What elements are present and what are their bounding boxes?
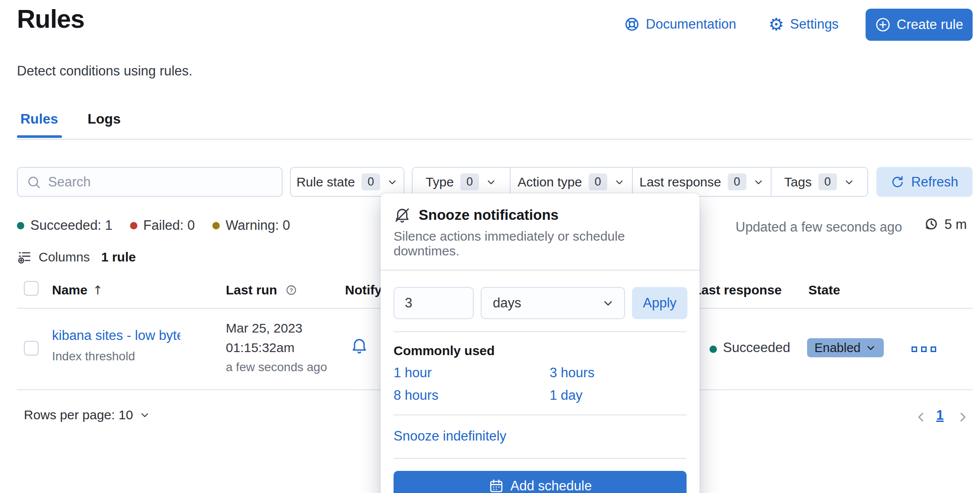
column-header-name[interactable]: Name↑ <box>52 283 103 297</box>
popover-divider <box>394 331 687 332</box>
select-row-checkbox[interactable] <box>24 341 39 356</box>
status-succeeded[interactable]: Succeeded: 1 <box>17 218 113 233</box>
filter-tags-label: Tags <box>784 175 811 189</box>
filter-tags-count: 0 <box>818 173 837 190</box>
last-run-date: Mar 25, 2023 <box>226 321 303 336</box>
rows-per-page-label: Rows per page: 10 <box>24 408 133 422</box>
page-title: Rules <box>17 4 85 34</box>
commonly-used-heading: Commonly used <box>394 343 687 358</box>
add-schedule-button[interactable]: Add schedule <box>394 471 687 493</box>
chevron-left-icon <box>914 410 928 424</box>
status-failed[interactable]: Failed: 0 <box>130 218 195 233</box>
filter-rule-state-count: 0 <box>361 173 380 190</box>
snooze-subtitle: Silence actions immediately or schedule … <box>394 229 687 258</box>
chevron-down-icon <box>139 409 150 421</box>
rule-name-link[interactable]: kibana sites - low bytes <box>52 328 180 343</box>
chevron-right-icon <box>955 410 970 424</box>
chevron-down-icon <box>614 176 625 188</box>
succeeded-dot <box>17 222 24 229</box>
filter-tags[interactable]: Tags 0 <box>771 168 867 196</box>
tabs-divider <box>17 139 973 140</box>
bell-icon <box>350 336 368 355</box>
refresh-button[interactable]: Refresh <box>876 167 973 197</box>
snooze-duration-form: days Apply <box>381 271 700 331</box>
rows-per-page-button[interactable]: Rows per page: 10 <box>24 408 150 422</box>
help-icon <box>624 16 640 32</box>
column-header-last-run[interactable]: Last run ? <box>226 283 297 297</box>
column-header-last-response[interactable]: Last response <box>693 283 781 297</box>
chevron-down-icon <box>602 297 615 310</box>
status-warning[interactable]: Warning: 0 <box>212 218 290 233</box>
failed-label: Failed: 0 <box>143 218 195 233</box>
column-header-last-run-label: Last run <box>226 283 277 297</box>
documentation-button[interactable]: Documentation <box>624 14 736 35</box>
refresh-interval-label: 5 m <box>944 217 967 232</box>
snooze-indefinitely-link[interactable]: Snooze indefinitely <box>394 428 506 444</box>
rule-count: 1 rule <box>101 250 136 264</box>
tab-logs[interactable]: Logs <box>88 111 120 127</box>
page-number-1[interactable]: 1 <box>936 408 944 423</box>
plus-circle-icon <box>875 17 891 33</box>
column-header-state[interactable]: State <box>808 283 840 297</box>
previous-page-button[interactable] <box>914 410 928 424</box>
select-all-checkbox[interactable] <box>24 281 39 296</box>
page-subtitle: Detect conditions using rules. <box>17 63 192 79</box>
filter-type-count: 0 <box>460 173 479 190</box>
snooze-unit-select[interactable]: days <box>481 287 625 319</box>
question-circle-icon: ? <box>285 284 297 296</box>
filter-last-response-count: 0 <box>728 173 746 190</box>
snooze-option-8-hours[interactable]: 8 hours <box>394 388 550 403</box>
chevron-down-icon <box>485 176 497 188</box>
filter-rule-state[interactable]: Rule state 0 <box>290 167 404 197</box>
clock-refresh-icon <box>923 217 939 232</box>
search-input[interactable] <box>48 174 273 190</box>
add-schedule-label: Add schedule <box>511 478 592 493</box>
filter-rule-state-label: Rule state <box>296 175 355 189</box>
filter-action-type-label: Action type <box>518 175 582 189</box>
filter-type-label: Type <box>426 175 454 189</box>
column-header-notify[interactable]: Notify <box>345 283 382 297</box>
columns-button[interactable]: Columns <box>17 250 90 264</box>
boxes-horizontal-icon <box>912 346 936 352</box>
succeeded-label: Succeeded: 1 <box>30 218 113 233</box>
chevron-down-icon <box>843 176 855 188</box>
sort-ascending-icon: ↑ <box>93 283 103 297</box>
snooze-bell-button[interactable] <box>350 336 368 355</box>
warning-label: Warning: 0 <box>226 218 290 233</box>
create-rule-label: Create rule <box>897 17 963 33</box>
columns-icon <box>17 250 32 264</box>
snooze-option-3-hours[interactable]: 3 hours <box>550 365 687 381</box>
search-box <box>17 167 283 197</box>
calendar-icon <box>488 478 504 493</box>
refresh-icon <box>891 175 905 189</box>
filter-action-type[interactable]: Action type 0 <box>510 168 632 196</box>
snooze-option-1-day[interactable]: 1 day <box>550 388 687 403</box>
rules-page: Rules Documentation ⚙ Settings Create ru… <box>0 0 980 493</box>
snooze-popover-header: Snooze notifications Silence actions imm… <box>381 193 700 270</box>
snooze-popover: Snooze notifications Silence actions imm… <box>381 193 700 493</box>
actions-menu-button[interactable] <box>912 346 936 352</box>
response-status-label: Succeeded <box>723 340 790 356</box>
tab-rules[interactable]: Rules <box>20 111 58 127</box>
snooze-unit-value: days <box>493 295 521 311</box>
search-icon <box>26 175 41 189</box>
settings-button[interactable]: ⚙ Settings <box>768 14 839 35</box>
table-meta-row: Columns 1 rule <box>17 250 136 264</box>
last-run-relative: a few seconds ago <box>226 360 327 374</box>
filter-type[interactable]: Type 0 <box>413 168 510 196</box>
next-page-button[interactable] <box>955 410 970 424</box>
popover-divider <box>394 415 687 415</box>
snooze-option-1-hour[interactable]: 1 hour <box>394 365 550 381</box>
rule-type-label: Index threshold <box>52 349 135 363</box>
apply-button[interactable]: Apply <box>632 287 687 319</box>
filter-last-response[interactable]: Last response 0 <box>632 168 771 196</box>
state-badge[interactable]: Enabled <box>807 338 884 357</box>
refresh-interval-button[interactable]: 5 m <box>923 217 967 232</box>
state-badge-label: Enabled <box>814 341 860 355</box>
create-rule-button[interactable]: Create rule <box>866 9 973 41</box>
gear-icon: ⚙ <box>768 16 784 33</box>
snooze-value-input[interactable] <box>394 287 474 319</box>
svg-text:?: ? <box>290 287 293 294</box>
response-status-dot <box>710 346 717 353</box>
columns-label: Columns <box>39 250 90 264</box>
